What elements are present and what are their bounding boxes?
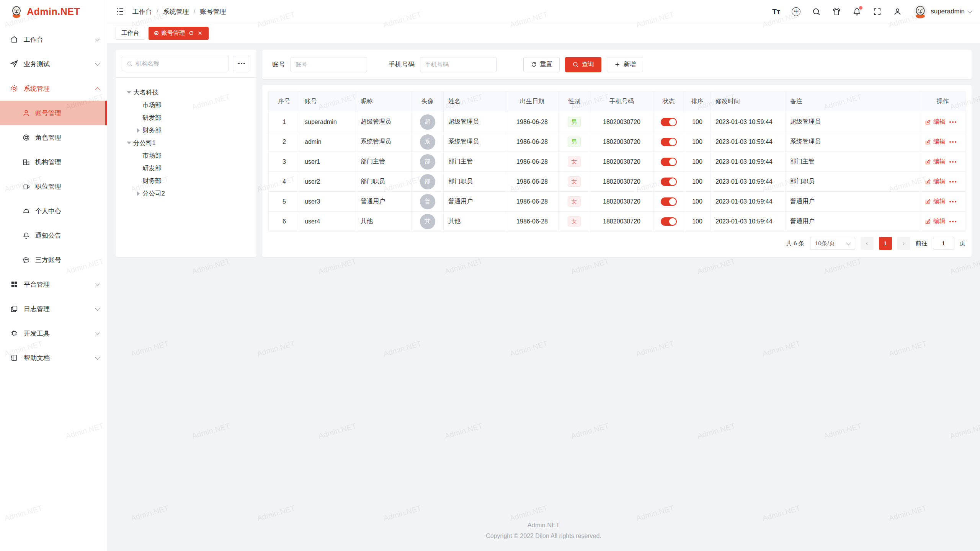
more-actions-button[interactable]: [949, 161, 956, 163]
status-toggle[interactable]: [661, 158, 677, 166]
tree-node[interactable]: 财务部: [122, 124, 250, 137]
fullscreen-icon[interactable]: [873, 7, 882, 16]
sidebar-item-dev-tools[interactable]: 开发工具: [0, 321, 107, 346]
total-count: 共 6 条: [786, 240, 804, 248]
tree-node[interactable]: 分公司2: [122, 187, 250, 200]
more-actions-button[interactable]: [949, 141, 956, 143]
prev-page-button[interactable]: ‹: [861, 237, 874, 250]
cell-avatar: 其: [412, 212, 444, 231]
page-size-value: 10条/页: [815, 240, 835, 248]
search-icon[interactable]: [812, 7, 821, 16]
status-toggle[interactable]: [661, 138, 677, 146]
tree-node[interactable]: 研发部: [122, 162, 250, 174]
cell-status: [653, 132, 684, 152]
brand-name: Admin.NET: [27, 6, 80, 17]
org-search-box[interactable]: [122, 56, 229, 71]
sidebar-item-log-management[interactable]: 日志管理: [0, 297, 107, 321]
edit-button[interactable]: 编辑: [925, 197, 946, 205]
language-icon[interactable]: 中: [792, 7, 800, 16]
tree-node[interactable]: 分公司1: [122, 137, 250, 149]
tree-more-button[interactable]: [233, 56, 250, 71]
sidebar-item-third-party-account[interactable]: 三方账号: [0, 248, 107, 272]
phone-filter-input[interactable]: [420, 57, 497, 72]
tab-account-management[interactable]: 账号管理: [149, 27, 209, 40]
sidebar-item-profile-center[interactable]: 个人中心: [0, 199, 107, 223]
tab-workbench[interactable]: 工作台: [116, 27, 145, 40]
cpu-icon: [10, 329, 18, 337]
cell-avatar: 普: [412, 192, 444, 212]
refresh-tab-icon[interactable]: [188, 30, 194, 36]
sidebar-item-business-test[interactable]: 业务测试: [0, 52, 107, 76]
brand-logo-icon: [10, 5, 23, 18]
breadcrumb-item[interactable]: 系统管理: [163, 7, 189, 16]
sidebar-item-system-management[interactable]: 系统管理: [0, 76, 107, 101]
avatar: 系: [420, 134, 435, 150]
tree-node[interactable]: 研发部: [122, 111, 250, 124]
search-button[interactable]: 查询: [565, 57, 601, 72]
account-filter-input[interactable]: [291, 57, 367, 72]
edit-button[interactable]: 编辑: [925, 178, 946, 186]
more-actions-button[interactable]: [949, 181, 956, 183]
cell-index: 2: [269, 132, 300, 152]
reset-button[interactable]: 重置: [523, 57, 560, 72]
breadcrumb-item[interactable]: 工作台: [132, 7, 152, 16]
breadcrumb-item[interactable]: 账号管理: [200, 7, 226, 16]
profile-icon[interactable]: [893, 7, 902, 16]
add-button[interactable]: 新增: [607, 57, 643, 72]
notification-bell-icon[interactable]: [853, 7, 861, 16]
gender-badge: 女: [568, 156, 581, 167]
edit-icon: [925, 139, 931, 145]
tree-node[interactable]: 财务部: [122, 174, 250, 187]
caret-down-icon[interactable]: [125, 91, 133, 94]
sidebar-item-platform-management[interactable]: 平台管理: [0, 272, 107, 297]
cell-birth: 1986-06-28: [506, 212, 559, 231]
cell-status: [653, 212, 684, 231]
sidebar-item-account-management[interactable]: 账号管理: [0, 101, 107, 125]
sidebar-item-help-docs[interactable]: 帮助文档: [0, 346, 107, 370]
next-page-button[interactable]: ›: [897, 237, 910, 250]
close-tab-icon[interactable]: [197, 30, 203, 36]
col-modified: 修改时间: [711, 91, 786, 112]
tree-node[interactable]: 市场部: [122, 149, 250, 162]
more-actions-button[interactable]: [949, 221, 956, 222]
more-actions-button[interactable]: [949, 201, 956, 202]
caret-right-icon[interactable]: [134, 128, 142, 133]
edit-button[interactable]: 编辑: [925, 217, 946, 225]
more-actions-button[interactable]: [949, 121, 956, 123]
status-toggle[interactable]: [661, 197, 677, 206]
cell-modified: 2023-01-03 10:59:44: [711, 112, 786, 132]
sidebar-item-org-management[interactable]: 机构管理: [0, 150, 107, 174]
status-toggle[interactable]: [661, 178, 677, 186]
goto-page-input[interactable]: [933, 237, 954, 250]
caret-down-icon[interactable]: [125, 142, 133, 144]
sidebar-item-position-management[interactable]: 职位管理: [0, 174, 107, 199]
tree-node[interactable]: 市场部: [122, 99, 250, 111]
edit-button[interactable]: 编辑: [925, 138, 946, 146]
col-nickname: 昵称: [356, 91, 412, 112]
cell-remark: 部门主管: [786, 152, 920, 172]
tree-node[interactable]: 大名科技: [122, 86, 250, 99]
status-toggle[interactable]: [661, 118, 677, 126]
page-size-select[interactable]: 10条/页: [810, 237, 855, 250]
edit-icon: [925, 199, 931, 205]
avatar: [913, 5, 927, 18]
sidebar-item-role-management[interactable]: 角色管理: [0, 125, 107, 150]
theme-tshirt-icon[interactable]: [832, 7, 841, 16]
collapse-menu-icon[interactable]: [116, 7, 125, 16]
status-toggle[interactable]: [661, 217, 677, 226]
current-page-button[interactable]: 1: [879, 237, 892, 250]
edit-button[interactable]: 编辑: [925, 118, 946, 126]
org-search-input[interactable]: [136, 60, 224, 67]
edit-icon: [925, 218, 931, 225]
brand[interactable]: Admin.NET: [0, 0, 107, 23]
cell-nickname: 其他: [356, 212, 412, 231]
grid-icon: [10, 280, 18, 289]
tree-node-label: 财务部: [142, 177, 162, 185]
font-size-icon[interactable]: Tт: [772, 7, 780, 16]
caret-right-icon[interactable]: [134, 191, 142, 196]
edit-button[interactable]: 编辑: [925, 158, 946, 166]
cell-actions: 编辑: [920, 192, 965, 212]
user-menu[interactable]: superadmin: [913, 5, 972, 18]
sidebar-item-notice[interactable]: 通知公告: [0, 223, 107, 248]
sidebar-item-workbench[interactable]: 工作台: [0, 27, 107, 52]
